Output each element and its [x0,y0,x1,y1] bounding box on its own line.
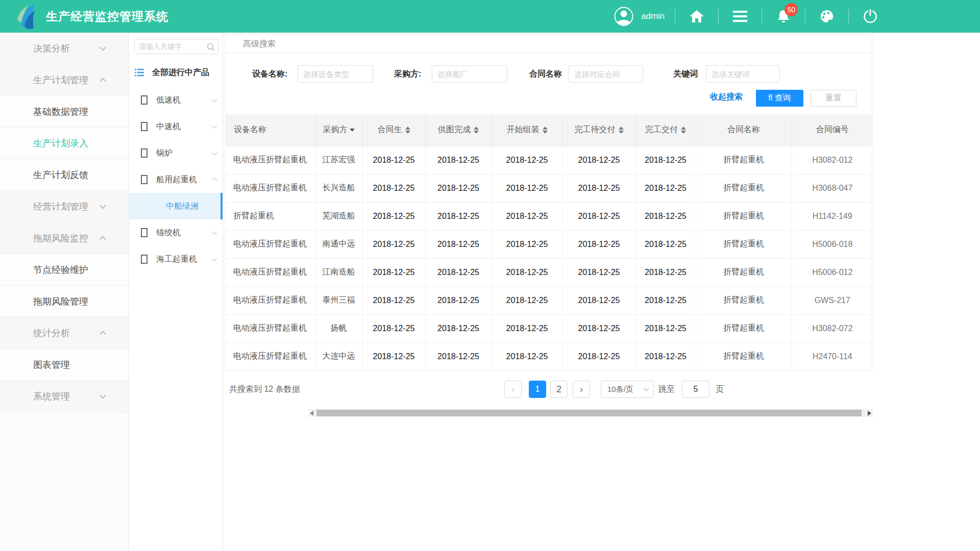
column-header-采购方[interactable]: 采购方 [315,114,362,146]
separator [848,9,849,23]
cell: 2018-12-25 [562,174,635,202]
column-header-合同编号[interactable]: 合同编号 [792,114,873,146]
column-header-合同生[interactable]: 合同生 [362,114,425,146]
sidebar-item-基础数据管理[interactable]: 基础数据管理 [0,96,129,128]
reset-button[interactable]: 重置 [811,90,856,107]
scroll-left-arrow-icon[interactable] [310,411,313,416]
cell: 泰州三福 [315,286,362,314]
filter-input-1[interactable] [298,65,373,83]
cell: 2018-12-25 [562,202,635,230]
column-header-完工待交付[interactable]: 完工待交付 [562,114,635,146]
advanced-search-tab[interactable]: 高级搜索 [243,39,276,48]
filter-input-4[interactable] [706,65,780,83]
sort-icon[interactable] [474,127,479,134]
product-tree-panel: 全部进行中产品 低速机中速机锅炉船用起重机中船绿洲锚绞机海工起重机 [129,33,223,551]
username[interactable]: admin [641,11,665,21]
tree-item-label: 锚绞机 [156,228,181,238]
sort-icon[interactable] [619,127,624,134]
sort-icon[interactable] [543,127,548,134]
next-page-button[interactable]: › [573,381,590,398]
notifications-bell-icon[interactable]: 50 [772,0,795,33]
tree-item-label: 中速机 [156,121,181,132]
scrollbar-thumb[interactable] [316,410,862,416]
sidebar-item-label: 统计分析 [33,328,70,338]
chevron-down-icon [100,392,106,398]
jump-page-input[interactable] [682,381,709,398]
sidebar-item-系统管理[interactable]: 系统管理 [0,381,129,412]
page-button-2[interactable]: 2 [550,381,568,398]
sidebar-item-决策分析[interactable]: 决策分析 [0,33,129,64]
home-icon[interactable] [685,0,708,33]
tree-item-中船绿洲[interactable]: 中船绿洲 [129,193,223,219]
cell: 折臂起重机 [696,202,792,230]
tree-item-船用起重机[interactable]: 船用起重机 [129,166,223,193]
sidebar-item-label: 经营计划管理 [33,202,88,212]
cell: 2018-12-25 [635,314,696,342]
table-row[interactable]: 电动液压折臂起重机长兴造船2018-12-252018-12-252018-12… [226,174,873,202]
tree-search-input[interactable] [135,39,201,54]
sidebar-item-图表管理[interactable]: 图表管理 [0,349,129,381]
cell: 电动液压折臂起重机 [226,146,315,174]
cell: 2018-12-25 [425,342,492,370]
table-row[interactable]: 电动液压折臂起重机泰州三福2018-12-252018-12-252018-12… [226,286,873,314]
filter-input-2[interactable] [432,65,507,83]
cell: 芜湖造船 [315,202,362,230]
scroll-right-arrow-icon[interactable] [868,411,871,416]
table-row[interactable]: 折臂起重机芜湖造船2018-12-252018-12-252018-12-252… [226,202,873,230]
chevron-down-icon [100,202,106,209]
column-header-供图完成[interactable]: 供图完成 [425,114,492,146]
tree-root[interactable]: 全部进行中产品 [129,64,223,81]
cell: 江苏宏强 [315,146,362,174]
sidebar-item-拖期风险监控[interactable]: 拖期风险监控 [0,222,129,254]
sidebar-item-统计分析[interactable]: 统计分析 [0,317,129,349]
cell: H5006-018 [792,230,873,258]
table-row[interactable]: 电动液压折臂起重机扬帆2018-12-252018-12-252018-12-2… [226,314,873,342]
cell: H3082-012 [792,146,873,174]
cell: 2018-12-25 [492,230,562,258]
horizontal-scrollbar[interactable] [308,409,873,417]
filter-input-3[interactable] [569,65,643,83]
tree-item-label: 船用起重机 [156,174,197,185]
tree-item-海工起重机[interactable]: 海工起重机 [129,246,223,272]
filter-caret-icon[interactable] [350,129,355,132]
sidebar-item-节点经验维护[interactable]: 节点经验维护 [0,254,129,286]
query-button[interactable]: fl 查询 [756,90,803,107]
sidebar-item-生产计划管理[interactable]: 生产计划管理 [0,64,129,96]
page-size-select[interactable]: 10条/页 [601,381,654,398]
sidebar-item-拖期风险管理[interactable]: 拖期风险管理 [0,286,129,317]
table-row[interactable]: 电动液压折臂起重机南通中远2018-12-252018-12-252018-12… [226,230,873,258]
table-row[interactable]: 电动液压折臂起重机大连中远2018-12-252018-12-252018-12… [226,342,873,370]
cell: 大连中远 [315,342,362,370]
sort-icon[interactable] [405,127,410,134]
sort-icon[interactable] [681,127,686,134]
sidebar-item-生产计划反馈[interactable]: 生产计划反馈 [0,159,129,191]
top-header: 生产经营监控管理系统 admin [0,0,980,33]
main-sidebar: 决策分析生产计划管理基础数据管理生产计划录入生产计划反馈经营计划管理拖期风险监控… [0,33,129,551]
chevron-down-icon [211,149,217,155]
table-row[interactable]: 电动液压折臂起重机江南造船2018-12-252018-12-252018-12… [226,258,873,286]
collapse-search-link[interactable]: 收起搜索 [710,92,743,103]
tree-item-低速机[interactable]: 低速机 [129,87,223,113]
sidebar-item-label: 节点经验维护 [33,265,88,275]
menu-icon[interactable] [729,0,751,33]
tree-item-锅炉[interactable]: 锅炉 [129,140,223,166]
prev-page-button[interactable]: ‹ [504,381,522,398]
column-header-设备名称[interactable]: 设备名称 [226,114,315,146]
tree-item-中速机[interactable]: 中速机 [129,113,223,140]
sidebar-item-经营计划管理[interactable]: 经营计划管理 [0,191,129,222]
avatar[interactable] [612,0,635,33]
sort-desc-icon [681,131,686,134]
table-row[interactable]: 电动液压折臂起重机江苏宏强2018-12-252018-12-252018-12… [226,146,873,174]
column-header-合同名称[interactable]: 合同名称 [696,114,792,146]
chevron-up-icon [100,236,106,242]
column-header-完工交付[interactable]: 完工交付 [635,114,696,146]
page-button-1[interactable]: 1 [529,381,546,398]
cell: 2018-12-25 [635,202,696,230]
cell: 电动液压折臂起重机 [226,314,315,342]
sidebar-item-生产计划录入[interactable]: 生产计划录入 [0,128,129,159]
logout-power-icon[interactable] [859,0,881,33]
column-header-开始组装[interactable]: 开始组装 [492,114,562,146]
tree-item-锚绞机[interactable]: 锚绞机 [129,219,223,246]
theme-palette-icon[interactable] [816,0,838,33]
search-icon[interactable] [206,42,215,52]
